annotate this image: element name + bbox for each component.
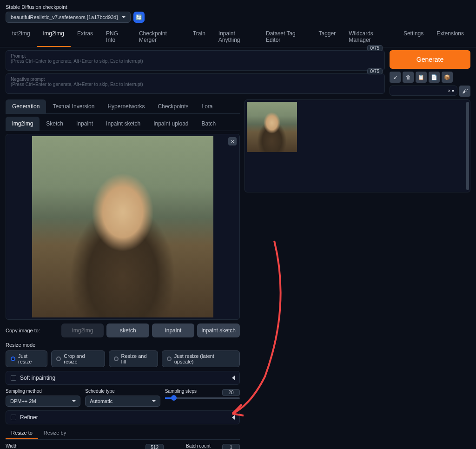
neg-token-counter: 0/75 [367, 68, 383, 74]
img2img-tab-img2img[interactable]: img2img [6, 117, 40, 131]
resize-mode-just-resize[interactable]: Just resize [6, 350, 47, 367]
close-image-button[interactable]: ✕ [228, 137, 237, 145]
copy-inpaint-button[interactable]: inpaint [152, 324, 195, 337]
soft-inpainting-checkbox[interactable] [11, 375, 16, 381]
sub-tabs: GenerationTextual InversionHypernetworks… [6, 99, 240, 114]
output-image [247, 102, 297, 152]
subtab-textual-inversion[interactable]: Textual Inversion [46, 99, 101, 113]
styles-actions: × ▾ [448, 88, 454, 93]
tab-img2img[interactable]: img2img [37, 26, 71, 47]
img2img-tab-batch[interactable]: Batch [195, 117, 223, 131]
sampling-steps-slider[interactable]: 20 [165, 397, 240, 399]
prompt-hint: (Press Ctrl+Enter to generate, Alt+Enter… [11, 59, 380, 64]
file-icon-button[interactable]: 📄 [429, 72, 440, 83]
resize-mode-crop-and-resize[interactable]: Crop and resize [51, 350, 105, 367]
resize-tab-resize-to[interactable]: Resize to [6, 427, 38, 439]
resize-tab-resize-by[interactable]: Resize by [38, 427, 72, 439]
resize-tabs: Resize toResize by [6, 427, 240, 440]
actions-icon-button[interactable]: 📦 [442, 72, 453, 83]
refiner-checkbox[interactable] [11, 415, 16, 420]
soft-inpainting-collapse[interactable]: Soft inpainting [6, 371, 240, 385]
checkpoint-label: Stable Diffusion checkpoint [0, 0, 476, 12]
trash-icon-button[interactable]: 🗑 [403, 72, 414, 83]
refiner-collapse[interactable]: Refiner [6, 410, 240, 424]
tab-inpaint-anything[interactable]: Inpaint Anything [212, 26, 259, 47]
width-label: Width [6, 443, 164, 449]
copy-to-label: Copy image to: [6, 328, 59, 333]
prompt-label: Prompt [11, 53, 380, 59]
prompt-box[interactable]: 0/75 Prompt (Press Ctrl+Enter to generat… [6, 50, 385, 71]
collapse-icon [232, 415, 235, 420]
output-preview[interactable] [245, 99, 470, 192]
collapse-icon [232, 376, 235, 380]
sampling-method-label: Sampling method [6, 389, 80, 394]
edit-styles-button[interactable]: 🖌 [459, 86, 470, 97]
tab-tagger[interactable]: Tagger [312, 26, 342, 47]
arrow-icon-button[interactable]: ↙ [390, 72, 401, 83]
subtab-hypernetworks[interactable]: Hypernetworks [101, 99, 151, 113]
copy-inpaint-sketch-button[interactable]: inpaint sketch [197, 324, 240, 337]
img2img-tab-inpaint-upload[interactable]: Inpaint upload [147, 117, 195, 131]
img2img-tab-inpaint[interactable]: Inpaint [70, 117, 99, 131]
soft-inpainting-label: Soft inpainting [20, 375, 55, 381]
neg-prompt-hint: (Press Ctrl+Enter to generate, Alt+Enter… [11, 82, 380, 87]
tab-wildcards-manager[interactable]: Wildcards Manager [342, 26, 397, 47]
tab-settings[interactable]: Settings [397, 26, 430, 47]
img2img-tabs: img2imgSketchInpaintInpaint sketchInpain… [6, 117, 240, 131]
resize-mode-radios: Just resizeCrop and resizeResize and fil… [6, 350, 240, 367]
resize-mode-just-resize-(latent-upscale)[interactable]: Just resize (latent upscale) [162, 350, 240, 367]
tab-dataset-tag-editor[interactable]: Dataset Tag Editor [259, 26, 312, 47]
checkpoint-value: beautifulRealistic_v7.safetensors [1a17b… [11, 14, 118, 20]
subtab-lora[interactable]: Lora [195, 99, 219, 113]
schedule-type-label: Schedule type [85, 389, 160, 394]
tab-png-info[interactable]: PNG Info [99, 26, 132, 47]
tab-extensions[interactable]: Extensions [430, 26, 470, 47]
input-image [32, 136, 213, 317]
copy-sketch-button[interactable]: sketch [106, 324, 149, 337]
clipboard-icon-button[interactable]: 📋 [416, 72, 427, 83]
styles-dropdown[interactable]: × ▾ [390, 86, 457, 96]
main-tabs: txt2imgimg2imgExtrasPNG InfoCheckpoint M… [0, 26, 476, 47]
negative-prompt-box[interactable]: 0/75 Negative prompt (Press Ctrl+Enter t… [6, 73, 385, 94]
checkpoint-select[interactable]: beautifulRealistic_v7.safetensors [1a17b… [6, 12, 131, 23]
sampling-method-select[interactable]: DPM++ 2M [6, 396, 80, 407]
refiner-label: Refiner [20, 414, 38, 421]
subtab-checkpoints[interactable]: Checkpoints [151, 99, 195, 113]
tab-txt2img[interactable]: txt2img [6, 26, 37, 47]
chevron-down-icon [122, 16, 126, 18]
prompt-token-counter: 0/75 [367, 45, 383, 51]
subtab-generation[interactable]: Generation [6, 99, 46, 113]
tab-checkpoint-merger[interactable]: Checkpoint Merger [132, 26, 186, 47]
resize-mode-label: Resize mode [6, 342, 240, 348]
tab-extras[interactable]: Extras [71, 26, 99, 47]
generate-button[interactable]: Generate [390, 50, 470, 69]
img2img-tab-inpaint-sketch[interactable]: Inpaint sketch [99, 117, 147, 131]
refresh-checkpoint-button[interactable]: 🔄 [133, 12, 145, 23]
resize-mode-resize-and-fill[interactable]: Resize and fill [109, 350, 158, 367]
image-canvas[interactable]: ✕ [6, 134, 240, 320]
copy-img2img-button[interactable]: img2img [61, 324, 104, 337]
neg-prompt-label: Negative prompt [11, 77, 380, 82]
img2img-tab-sketch[interactable]: Sketch [40, 117, 70, 131]
tab-train[interactable]: Train [186, 26, 212, 47]
preview-scrollbar[interactable] [466, 102, 469, 190]
schedule-type-select[interactable]: Automatic [85, 396, 160, 407]
